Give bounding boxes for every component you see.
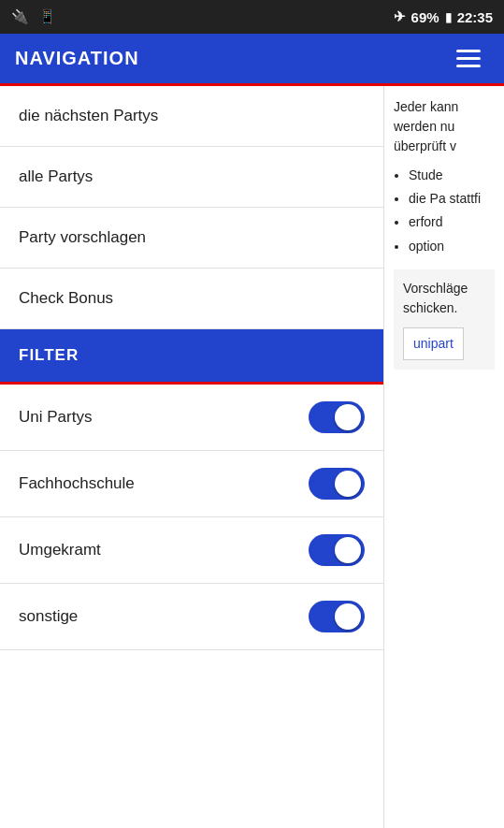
filter-row-umgekramt: Umgekramt — [0, 517, 383, 584]
hamburger-line-3 — [456, 65, 481, 67]
app-bar: NAVIGATION — [0, 34, 504, 86]
nav-item-suggest-party[interactable]: Party vorschlagen — [0, 208, 383, 269]
bullet-item: option — [409, 235, 495, 258]
nav-item-all-parties[interactable]: alle Partys — [0, 147, 383, 208]
nav-item-check-bonus[interactable]: Check Bonus — [0, 269, 383, 329]
filter-toggle-umgekramt[interactable] — [309, 534, 365, 566]
filter-label-sonstige: sonstige — [19, 607, 78, 626]
status-left-icons: 🔌 📱 — [11, 8, 56, 25]
battery-icon: ▮ — [445, 10, 452, 24]
content-panel: Jeder kann werden nu überprüft v Stude d… — [383, 86, 504, 828]
toggle-knob — [335, 603, 361, 630]
nav-item-next-parties[interactable]: die nächsten Partys — [0, 86, 383, 147]
time-display: 22:35 — [457, 9, 493, 25]
filter-row-sonstige: sonstige — [0, 584, 383, 650]
usb-icon: 🔌 — [11, 8, 29, 25]
filter-row-uni-partys: Uni Partys — [0, 385, 383, 451]
main-container: die nächsten Partys alle Partys Party vo… — [0, 86, 504, 828]
filter-toggle-fachhochschule[interactable] — [309, 468, 365, 500]
filter-label-uni-partys: Uni Partys — [19, 408, 92, 427]
status-bar: 🔌 📱 ✈ 69% ▮ 22:35 — [0, 0, 504, 34]
hamburger-line-1 — [456, 50, 481, 52]
filter-row-fachhochschule: Fachhochschule — [0, 451, 383, 517]
filter-toggle-sonstige[interactable] — [309, 601, 365, 632]
bullet-item: erford — [409, 211, 495, 234]
nav-panel: die nächsten Partys alle Partys Party vo… — [0, 86, 383, 828]
content-bullet-list: Stude die Pa stattfi erford option — [409, 164, 495, 258]
toggle-knob — [335, 404, 361, 430]
bullet-item: die Pa stattfi — [409, 187, 495, 211]
toggle-knob — [335, 537, 361, 563]
filter-label-umgekramt: Umgekramt — [19, 541, 101, 559]
content-section-2: Vorschläge schicken. unipart — [394, 269, 495, 370]
hamburger-line-2 — [456, 57, 481, 60]
app-bar-title: NAVIGATION — [15, 48, 139, 69]
android-icon: 📱 — [38, 8, 56, 25]
content-link[interactable]: unipart — [403, 327, 464, 360]
filter-header: FILTER — [0, 329, 383, 385]
status-right: ✈ 69% ▮ 22:35 — [394, 8, 493, 25]
battery-percent: 69% — [411, 9, 439, 25]
bullet-item: Stude — [409, 164, 495, 187]
toggle-knob — [335, 471, 361, 497]
airplane-icon: ✈ — [394, 8, 406, 25]
hamburger-menu-button[interactable] — [448, 38, 489, 80]
filter-toggle-uni-partys[interactable] — [309, 401, 365, 433]
content-section-text: Vorschläge schicken. — [403, 279, 485, 318]
filter-label-fachhochschule: Fachhochschule — [19, 474, 135, 493]
content-intro: Jeder kann werden nu überprüft v — [394, 97, 495, 156]
